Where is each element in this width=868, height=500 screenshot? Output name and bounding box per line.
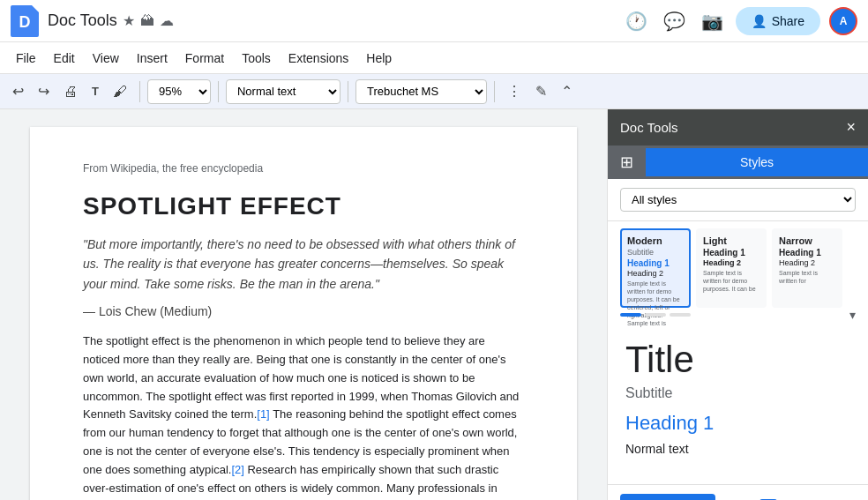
star-icon[interactable]: ★ bbox=[123, 12, 135, 29]
style-cards-row: Modern Subtitle Heading 1 Heading 2 Samp… bbox=[620, 228, 856, 308]
toolbar: ↩ ↪ 🖨 T 🖌 95% 100% 75% Normal text Headi… bbox=[0, 74, 868, 109]
panel-close-button[interactable]: × bbox=[846, 118, 856, 137]
print-button[interactable]: 🖨 bbox=[58, 80, 83, 103]
style-select[interactable]: Normal text Heading 1 Heading 2 Title bbox=[226, 79, 340, 104]
panel-header: Doc Tools × bbox=[608, 109, 868, 146]
style-preview: Title Subtitle Heading 1 Normal text bbox=[608, 327, 868, 484]
narrow-card-name: Narrow bbox=[779, 235, 835, 246]
share-icon: 👤 bbox=[752, 14, 767, 28]
document-paper: From Wikipedia, the free encyclopedia SP… bbox=[30, 127, 577, 500]
redo-button[interactable]: ↪ bbox=[33, 79, 55, 103]
light-style-card[interactable]: Light Heading 1 Heading 2 Sample text is… bbox=[696, 228, 767, 308]
separator-3 bbox=[348, 81, 348, 102]
styles-filter: All styles Heading styles Body styles bbox=[608, 179, 868, 221]
doc-quote: "But more importantly, there's no need t… bbox=[83, 235, 524, 294]
document-area[interactable]: From Wikipedia, the free encyclopedia SP… bbox=[0, 109, 607, 500]
light-card-h2: Heading 2 bbox=[703, 258, 760, 267]
preview-title: Title bbox=[625, 341, 850, 378]
menu-edit[interactable]: Edit bbox=[45, 48, 84, 69]
panel-title: Doc Tools bbox=[620, 120, 678, 135]
apply-style-button[interactable]: Apply style bbox=[620, 494, 715, 500]
doc-body: The spotlight effect is the phenomenon i… bbox=[83, 332, 524, 500]
paint-format-button[interactable]: 🖌 bbox=[108, 80, 132, 103]
cloud-icon[interactable]: ☁ bbox=[160, 12, 174, 29]
separator-4 bbox=[494, 81, 495, 102]
narrow-style-card[interactable]: Narrow Heading 1 Heading 2 Sample text i… bbox=[772, 228, 842, 308]
main-area: From Wikipedia, the free encyclopedia SP… bbox=[0, 109, 868, 500]
narrow-card-body: Sample text is written for bbox=[779, 269, 835, 285]
doc-author: — Lois Chew (Medium) bbox=[83, 304, 524, 318]
citation-1[interactable]: [1] bbox=[257, 407, 269, 421]
zoom-select[interactable]: 95% 100% 75% bbox=[147, 79, 211, 104]
scroll-dot-3[interactable] bbox=[670, 313, 691, 317]
panel-tabs: ⊞ Styles bbox=[608, 146, 868, 179]
more-options-button[interactable]: ⋮ bbox=[502, 79, 527, 103]
panel-grid-button[interactable]: ⊞ bbox=[608, 146, 646, 179]
preview-subtitle: Subtitle bbox=[625, 385, 850, 401]
scroll-dot-1[interactable] bbox=[620, 313, 641, 317]
style-cards-container: Modern Subtitle Heading 1 Heading 2 Samp… bbox=[608, 221, 868, 308]
modern-card-name: Modern bbox=[627, 235, 684, 246]
styles-tab[interactable]: Styles bbox=[646, 148, 868, 176]
spellcheck-button[interactable]: T bbox=[86, 81, 104, 101]
pen-button[interactable]: ✎ bbox=[530, 79, 552, 103]
title-row: Doc Tools ★ 🏔 ☁ bbox=[48, 11, 622, 30]
light-card-body: Sample text is written for demo purposes… bbox=[703, 269, 760, 293]
light-card-h1: Heading 1 bbox=[703, 248, 760, 257]
menu-file[interactable]: File bbox=[7, 48, 45, 69]
style-cards-scroll: ▾ bbox=[608, 308, 868, 327]
side-panel: Doc Tools × ⊞ Styles All styles Heading … bbox=[607, 109, 868, 500]
menu-help[interactable]: Help bbox=[357, 48, 400, 69]
collapse-button[interactable]: ⌃ bbox=[556, 79, 578, 103]
video-button[interactable]: 📷 bbox=[698, 7, 727, 35]
avatar[interactable]: A bbox=[829, 7, 857, 35]
comments-button[interactable]: 💬 bbox=[660, 7, 689, 35]
modern-card-h2: Heading 2 bbox=[627, 269, 684, 278]
doc-title: Doc Tools bbox=[48, 11, 117, 30]
narrow-card-h1: Heading 1 bbox=[779, 248, 835, 257]
doc-logo: D bbox=[11, 5, 39, 37]
doc-from: From Wikipedia, the free encyclopedia bbox=[83, 162, 524, 175]
doc-title-area: Doc Tools ★ 🏔 ☁ bbox=[48, 11, 622, 30]
style-filter-select[interactable]: All styles Heading styles Body styles bbox=[620, 188, 856, 212]
separator-2 bbox=[218, 81, 219, 102]
citation-2[interactable]: [2] bbox=[231, 463, 243, 476]
panel-footer: Apply style A Ablebits ≡ ❯ bbox=[608, 484, 868, 500]
top-right-actions: 🕐 💬 📷 👤 Share A bbox=[622, 7, 857, 35]
doc-heading: SPOTLIGHT EFFECT bbox=[83, 192, 524, 220]
doc-icon-letter: D bbox=[19, 13, 31, 32]
light-card-name: Light bbox=[703, 235, 760, 246]
menu-view[interactable]: View bbox=[84, 48, 128, 69]
font-select[interactable]: Trebuchet MS Arial Times New Roman bbox=[355, 79, 487, 104]
menu-extensions[interactable]: Extensions bbox=[280, 48, 357, 69]
undo-button[interactable]: ↩ bbox=[7, 79, 29, 103]
narrow-card-h2: Heading 2 bbox=[779, 258, 835, 267]
menu-insert[interactable]: Insert bbox=[128, 48, 176, 69]
separator-1 bbox=[139, 81, 140, 102]
history-button[interactable]: 🕐 bbox=[622, 7, 651, 35]
preview-heading1: Heading 1 bbox=[625, 412, 850, 435]
scroll-dots bbox=[620, 313, 691, 317]
scroll-dot-2[interactable] bbox=[645, 313, 666, 317]
modern-style-card[interactable]: Modern Subtitle Heading 1 Heading 2 Samp… bbox=[620, 228, 691, 308]
scroll-down-button[interactable]: ▾ bbox=[849, 308, 856, 322]
modern-card-subtitle: Subtitle bbox=[627, 248, 684, 257]
menu-tools[interactable]: Tools bbox=[233, 48, 280, 69]
menu-format[interactable]: Format bbox=[176, 48, 233, 69]
menu-bar: File Edit View Insert Format Tools Exten… bbox=[0, 42, 868, 74]
share-button[interactable]: 👤 Share bbox=[736, 7, 820, 35]
preview-normal: Normal text bbox=[625, 442, 850, 456]
top-bar: D Doc Tools ★ 🏔 ☁ 🕐 💬 📷 👤 Share A bbox=[0, 0, 868, 42]
share-label: Share bbox=[772, 14, 804, 28]
modern-card-h1: Heading 1 bbox=[627, 258, 684, 268]
mountain-icon[interactable]: 🏔 bbox=[140, 13, 154, 29]
